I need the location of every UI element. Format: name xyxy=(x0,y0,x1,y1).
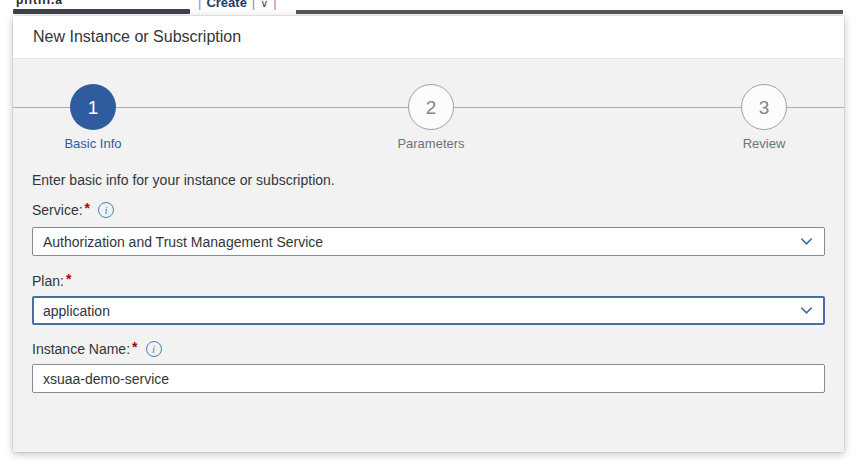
plan-combobox[interactable]: application xyxy=(32,296,825,325)
form-intro-text: Enter basic info for your instance or su… xyxy=(32,171,825,189)
step-label: Basic Info xyxy=(23,136,163,151)
instance-name-input[interactable] xyxy=(32,364,825,393)
new-instance-dialog: New Instance or Subscription 1 Basic Inf… xyxy=(13,16,844,452)
step-number-circle[interactable]: 1 xyxy=(70,84,116,130)
dialog-header: New Instance or Subscription xyxy=(13,16,844,59)
plan-label: Plan: xyxy=(32,273,64,289)
wizard-step-basic-info[interactable]: 1 Basic Info xyxy=(23,59,163,151)
separator: | xyxy=(268,0,281,10)
separator: | xyxy=(247,0,260,10)
required-asterisk: * xyxy=(132,339,137,355)
service-combobox[interactable]: Authorization and Trust Management Servi… xyxy=(32,227,825,256)
clipped-background-text: piltili.a xyxy=(16,0,63,7)
separator: | xyxy=(193,0,206,10)
service-label-row: Service:* i xyxy=(32,201,825,219)
create-button-fragment: Create xyxy=(206,0,246,10)
info-icon[interactable]: i xyxy=(98,202,114,218)
wizard-step-parameters[interactable]: 2 Parameters xyxy=(361,59,501,151)
background-divider-bar xyxy=(296,10,843,14)
step-label: Parameters xyxy=(361,136,501,151)
background-page-edge: piltili.a |Create|∨| xyxy=(0,0,858,16)
info-icon[interactable]: i xyxy=(146,341,162,357)
service-selected-value: Authorization and Trust Management Servi… xyxy=(43,234,323,250)
required-asterisk: * xyxy=(66,271,71,287)
dialog-title: New Instance or Subscription xyxy=(33,28,241,46)
basic-info-form: Enter basic info for your instance or su… xyxy=(13,155,844,393)
wizard-step-review[interactable]: 3 Review xyxy=(694,59,834,151)
instance-name-label: Instance Name: xyxy=(32,341,130,357)
step-number-circle[interactable]: 3 xyxy=(741,84,787,130)
required-asterisk: * xyxy=(85,200,90,216)
chevron-down-icon[interactable] xyxy=(799,234,814,249)
plan-label-row: Plan:* xyxy=(32,272,825,290)
plan-selected-value: application xyxy=(43,303,110,319)
instance-name-label-row: Instance Name:* i xyxy=(32,340,825,358)
service-label: Service: xyxy=(32,202,83,218)
background-toolbar-fragment: |Create|∨| xyxy=(193,0,282,10)
background-divider-bar xyxy=(13,9,190,14)
step-number-circle[interactable]: 2 xyxy=(408,84,454,130)
step-label: Review xyxy=(694,136,834,151)
chevron-down-icon[interactable] xyxy=(799,303,814,318)
wizard-stepper: 1 Basic Info 2 Parameters 3 Review xyxy=(13,59,844,155)
